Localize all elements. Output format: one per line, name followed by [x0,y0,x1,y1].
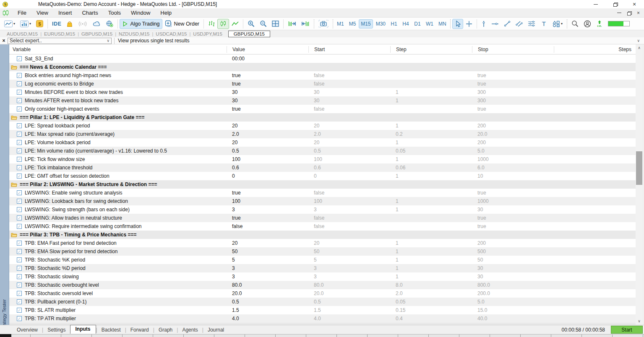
checkbox[interactable]: ✓ [17,316,22,321]
value-cell[interactable]: 00:00 [227,56,308,62]
start-cell[interactable]: 4.0 [308,316,390,321]
stop-cell[interactable]: 800.0 [472,282,554,288]
start-cell[interactable]: 20 [308,140,390,145]
checkbox[interactable]: ✓ [17,56,22,61]
param-row[interactable]: ✓TPB: Stochastic oversold level20.020.02… [9,289,636,298]
value-cell[interactable]: 100 [227,198,308,204]
mdi-restore-icon[interactable] [627,11,631,15]
shift-end-button[interactable] [285,19,299,29]
chart-profile-button[interactable]: ▾ [2,19,18,29]
menu-window[interactable]: Window [126,9,155,17]
scrollbar-thumb[interactable] [636,151,642,185]
value-cell[interactable]: 0.5 [227,299,308,305]
equidistant-lines-button[interactable] [525,19,538,29]
vps-button[interactable] [103,19,116,29]
checkbox[interactable]: ✓ [17,90,22,95]
tile-windows-button[interactable] [269,19,282,29]
connection-bar[interactable] [608,21,630,26]
stop-cell[interactable]: 15.0 [472,307,554,313]
start-cell[interactable]: 3 [308,207,390,213]
tab-graph[interactable]: Graph [154,326,177,334]
stop-cell[interactable]: 1000 [472,156,554,162]
value-cell[interactable]: true [227,215,308,221]
checkbox[interactable]: ✓ [17,123,22,128]
start-button[interactable]: Start [611,326,643,334]
group-row[interactable]: === Pillar 3: TPB - Timing & Price Mecha… [9,231,636,239]
timeframe-h1[interactable]: H1 [388,19,399,29]
stop-cell[interactable]: true [472,190,554,196]
stop-cell[interactable]: 20.0 [472,131,554,137]
param-row[interactable]: ✓Log economic events to Bridgetruefalset… [9,80,636,88]
stop-cell[interactable]: true [472,215,554,221]
stop-cell[interactable]: 6.0 [472,165,554,171]
checkbox[interactable]: ✓ [17,98,22,103]
restore-button[interactable] [605,0,625,8]
start-cell[interactable]: false [308,215,390,221]
stop-cell[interactable]: 300 [472,98,554,104]
start-cell[interactable]: 20.0 [308,290,390,296]
value-cell[interactable]: 50 [227,249,308,254]
crosshair-button[interactable] [463,19,475,29]
checkbox[interactable]: ✓ [17,140,22,145]
start-cell[interactable]: false [308,223,390,229]
checkbox[interactable]: ✓ [17,106,22,111]
symbols-button[interactable]: $ [34,19,46,29]
start-cell[interactable]: 0.5 [308,148,390,154]
header-steps[interactable]: Steps [554,46,636,53]
checkbox[interactable]: ✓ [17,148,22,153]
param-row[interactable]: ✓TPB: Stochastic %D period33130 [9,264,636,272]
step-cell[interactable]: 1 [390,156,472,162]
value-cell[interactable]: true [227,190,308,196]
tab-forward[interactable]: Forward [126,326,153,334]
param-row[interactable]: ✓LPE: Max spread ratio (current/average)… [9,130,636,138]
start-cell[interactable]: 5 [308,257,390,263]
stop-cell[interactable]: 500 [472,249,554,254]
param-row[interactable]: ✓TPB: EMA Slow period for trend detectio… [9,247,636,256]
checkbox[interactable]: ✓ [17,81,22,86]
checkbox[interactable]: ✓ [17,215,22,220]
stop-cell[interactable]: 200 [472,140,554,145]
line-chart-button[interactable] [229,19,241,29]
header-value[interactable]: Value [227,46,308,53]
value-cell[interactable]: 5 [227,257,308,263]
step-cell[interactable]: 0.05 [390,148,472,154]
param-row[interactable]: ✓LWSWING: Allow trades in neutral struct… [9,214,636,222]
header-step[interactable]: Step [390,46,472,53]
value-cell[interactable]: 80.0 [227,282,308,288]
market-button[interactable] [64,19,76,29]
scroll-down-icon[interactable]: ∨ [636,318,643,325]
menu-file[interactable]: File [13,9,31,17]
checkbox[interactable]: ✓ [17,73,22,78]
new-order-button[interactable]: New Order [162,19,202,29]
step-cell[interactable]: 0.2 [390,131,472,137]
start-cell[interactable]: false [308,106,390,112]
step-cell[interactable]: 0.06 [390,165,472,171]
checkbox[interactable]: ✓ [17,291,22,296]
stop-cell[interactable]: 30 [472,274,554,280]
step-cell[interactable]: 0.4 [390,316,472,321]
vertical-line-button[interactable] [479,19,489,29]
scroll-up-icon[interactable]: ∧ [636,44,643,52]
levels-button[interactable]: LVL [594,19,605,29]
checkbox[interactable]: ✓ [17,132,22,137]
chart-tab-audusd-m15[interactable]: AUDUSD,M15 [4,31,40,36]
checkbox[interactable]: ✓ [17,308,22,313]
start-cell[interactable]: 3 [308,274,390,280]
value-cell[interactable]: true [227,106,308,112]
value-cell[interactable]: 3 [227,207,308,213]
ide-button[interactable]: IDE [50,19,64,29]
timeframe-w1[interactable]: W1 [424,19,435,29]
param-row[interactable]: ✓LWSWING: Enable swing structure analysi… [9,189,636,197]
stop-cell[interactable]: 5.0 [472,299,554,305]
chart-tab-eurusd-m15[interactable]: EURUSD,M15 [42,31,78,36]
group-row[interactable]: === Pillar 2: LWSWING - Market Structure… [9,180,636,189]
stop-cell[interactable]: 50 [472,257,554,263]
start-cell[interactable]: 3 [308,265,390,271]
value-cell[interactable]: 20 [227,140,308,145]
expert-selector[interactable]: Select expert.. ∨ [8,38,112,44]
channel-button[interactable] [513,19,525,29]
value-cell[interactable]: 3 [227,274,308,280]
timeframe-mn[interactable]: MN [436,19,448,29]
stop-cell[interactable]: true [472,81,554,87]
chart-tab-usdjpy-m15[interactable]: USDJPY,M15 [190,31,224,36]
